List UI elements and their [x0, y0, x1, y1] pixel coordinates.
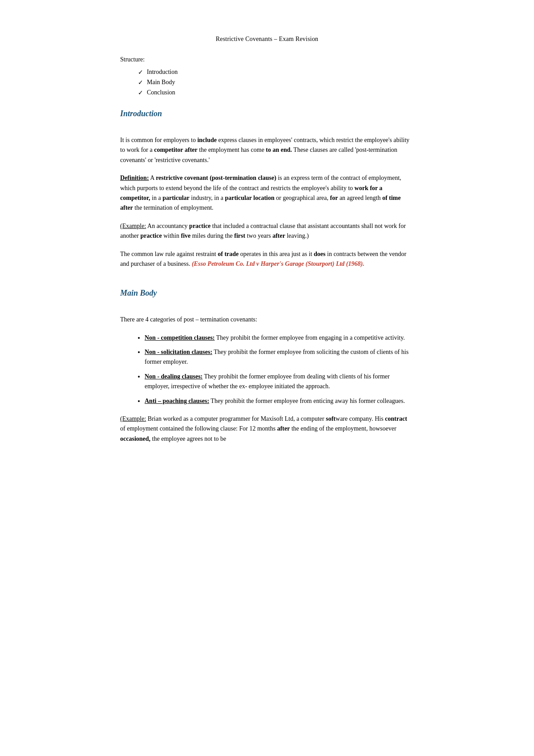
case-citation-esso: (Esso Petroleum Co. Ltd v Harper's Garag…	[192, 260, 364, 267]
checklist-label-conclusion: Conclusion	[147, 89, 175, 96]
checklist-label-mainbody: Main Body	[147, 79, 175, 86]
main-body-heading: Main Body	[120, 289, 414, 298]
checklist-label-introduction: Introduction	[147, 69, 178, 76]
example-paragraph-2: (Example: Brian worked as a computer pro…	[120, 414, 414, 444]
non-dealing-label: Non - dealing clauses:	[145, 373, 202, 380]
definition-label: Definition:	[120, 175, 149, 181]
intro-paragraph-1: It is common for employers to include ex…	[120, 135, 414, 165]
checklist-item-introduction: ✓ Introduction	[138, 69, 414, 76]
check-icon-introduction: ✓	[138, 69, 143, 76]
anti-poaching-label: Anti – poaching clauses:	[145, 398, 209, 404]
bullet-item-anti-poaching: Anti – poaching clauses: They prohibit t…	[145, 396, 414, 406]
categories-list: Non - competition clauses: They prohibit…	[145, 333, 414, 406]
structure-label: Structure:	[120, 56, 414, 63]
checklist-item-conclusion: ✓ Conclusion	[138, 89, 414, 97]
check-icon-mainbody: ✓	[138, 79, 143, 86]
non-competition-label: Non - competition clauses:	[145, 334, 215, 341]
checklist: ✓ Introduction ✓ Main Body ✓ Conclusion	[138, 69, 414, 97]
example-label-1: (Example:	[120, 223, 146, 229]
page-title: Restrictive Covenants – Exam Revision	[120, 36, 414, 43]
example-label-2: (Example:	[120, 415, 146, 422]
non-solicitation-label: Non - solicitation clauses:	[145, 349, 212, 355]
bullet-item-non-competition: Non - competition clauses: They prohibit…	[145, 333, 414, 343]
page-container: Restrictive Covenants – Exam Revision St…	[93, 0, 441, 756]
intro-heading: Introduction	[120, 109, 414, 118]
check-icon-conclusion: ✓	[138, 89, 143, 97]
intro-paragraph-2: Definition: A restrictive covenant (post…	[120, 173, 414, 213]
bullet-item-non-solicitation: Non - solicitation clauses: They prohibi…	[145, 347, 414, 367]
checklist-item-mainbody: ✓ Main Body	[138, 79, 414, 86]
main-paragraph-1: There are 4 categories of post – termina…	[120, 315, 414, 325]
intro-paragraph-4: The common law rule against restraint of…	[120, 249, 414, 269]
intro-paragraph-3: (Example: An accountancy practice that i…	[120, 221, 414, 241]
bullet-item-non-dealing: Non - dealing clauses: They prohibit the…	[145, 372, 414, 392]
